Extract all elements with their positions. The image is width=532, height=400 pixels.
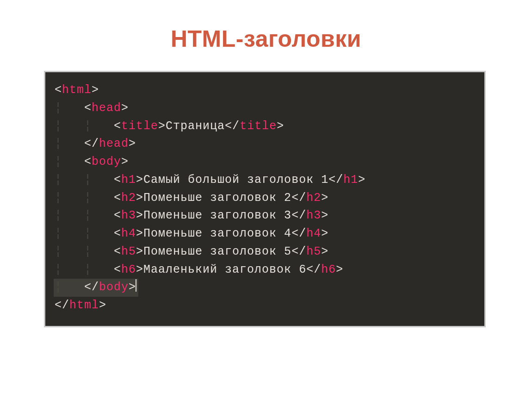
code-line-h5: ¦ ¦ <h5>Поменьше заголовок 5</h5> [55,243,475,261]
code-line-h4: ¦ ¦ <h4>Поменьше заголовок 4</h4> [55,225,475,243]
code-line-body-open: ¦ <body> [55,153,475,171]
code-line-head-open: ¦ <head> [55,100,475,118]
code-line-h2: ¦ ¦ <h2>Поменьше заголовок 2</h2> [55,189,475,207]
code-line-title: ¦ ¦ <title>Страница</title> [55,118,475,136]
code-line-head-close: ¦ </head> [55,135,475,153]
code-line-body-close: ¦ </body> [55,279,475,297]
code-line-h3: ¦ ¦ <h3>Поменьше заголовок 3</h3> [55,207,475,225]
code-block: <html> ¦ <head> ¦ ¦ <title>Страница</tit… [44,71,486,327]
code-line-h6: ¦ ¦ <h6>Мааленький заголовок 6</h6> [55,261,475,279]
text-cursor [136,279,136,292]
code-line-html-close: </html> [55,297,475,315]
slide-title: HTML-заголовки [0,25,532,52]
slide: HTML-заголовки <html> ¦ <head> ¦ ¦ <titl… [0,0,532,400]
code-line-html-open: <html> [55,81,475,100]
code-line-h1: ¦ ¦ <h1>Самый большой заголовок 1</h1> [55,171,475,189]
